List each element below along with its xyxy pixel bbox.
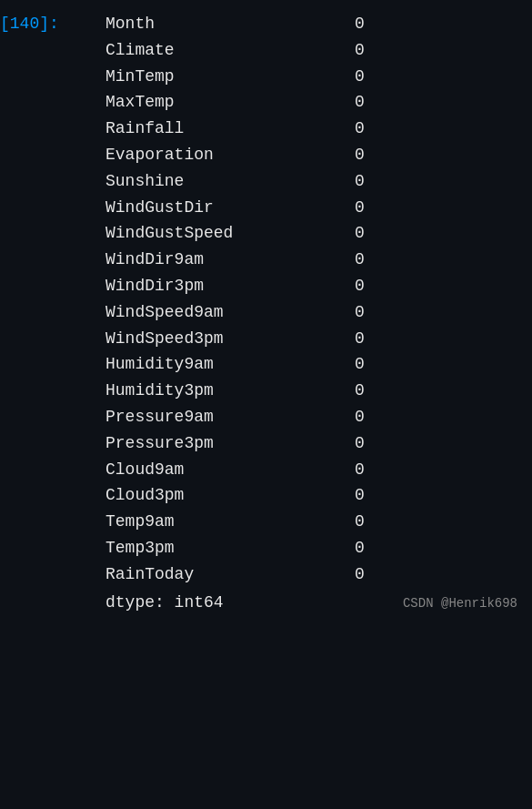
table-row: Pressure3pm0 <box>0 430 532 457</box>
cell-index: [140]: <box>0 11 100 37</box>
cell-value: 0 <box>336 142 365 168</box>
cell-value: 0 <box>336 11 365 37</box>
table-row: Cloud9am0 <box>0 457 532 483</box>
cell-value: 0 <box>336 509 365 535</box>
cell-key: Rainfall <box>100 116 336 142</box>
table-row: MinTemp0 <box>0 64 532 90</box>
cell-value: 0 <box>336 430 365 457</box>
cell-key: Climate <box>100 37 336 64</box>
cell-key: WindDir3pm <box>100 273 336 299</box>
table-row: WindSpeed3pm0 <box>0 326 532 352</box>
table-row: Evaporation0 <box>0 142 532 168</box>
cell-key: WindGustDir <box>100 195 336 221</box>
cell-key: WindGustSpeed <box>100 220 336 247</box>
table-row: WindDir3pm0 <box>0 273 532 299</box>
cell-key: Humidity9am <box>100 351 336 378</box>
table-row: Climate0 <box>0 37 532 64</box>
cell-value: 0 <box>336 299 365 326</box>
cell-value: 0 <box>336 535 365 561</box>
cell-key: Pressure3pm <box>100 430 336 457</box>
cell-value: 0 <box>336 273 365 299</box>
cell-key: Sunshine <box>100 168 336 195</box>
cell-key: Cloud3pm <box>100 482 336 509</box>
table-row: MaxTemp0 <box>0 89 532 116</box>
cell-value: 0 <box>336 89 365 116</box>
cell-value: 0 <box>336 457 365 483</box>
output-block: [140]:Month0Climate0MinTemp0MaxTemp0Rain… <box>0 7 532 619</box>
cell-value: 0 <box>336 378 365 404</box>
cell-key: Temp3pm <box>100 535 336 561</box>
cell-key: WindSpeed3pm <box>100 326 336 352</box>
cell-value: 0 <box>336 482 365 509</box>
cell-value: 0 <box>336 37 365 64</box>
table-row: [140]:Month0 <box>0 11 532 37</box>
table-row: WindDir9am0 <box>0 247 532 273</box>
cell-value: 0 <box>336 247 365 273</box>
table-row: Rainfall0 <box>0 116 532 142</box>
cell-key: Humidity3pm <box>100 378 336 404</box>
cell-value: 0 <box>336 64 365 90</box>
table-row: RainToday0 <box>0 561 532 588</box>
cell-key: Pressure9am <box>100 404 336 430</box>
cell-value: 0 <box>336 195 365 221</box>
cell-key: MaxTemp <box>100 89 336 116</box>
cell-key: Temp9am <box>100 509 336 535</box>
table-row: WindGustSpeed0 <box>0 220 532 247</box>
table-row: Cloud3pm0 <box>0 482 532 509</box>
table-row: WindSpeed9am0 <box>0 299 532 326</box>
cell-key: Month <box>100 11 336 37</box>
cell-key: Cloud9am <box>100 457 336 483</box>
cell-value: 0 <box>336 220 365 247</box>
table-row: Pressure9am0 <box>0 404 532 430</box>
cell-value: 0 <box>336 116 365 142</box>
cell-value: 0 <box>336 326 365 352</box>
cell-value: 0 <box>336 168 365 195</box>
dtype-text: dtype: int64 <box>100 590 224 616</box>
table-row: Temp3pm0 <box>0 535 532 561</box>
cell-value: 0 <box>336 561 365 588</box>
table-row: Temp9am0 <box>0 509 532 535</box>
cell-key: RainToday <box>100 561 336 588</box>
table-row: Humidity9am0 <box>0 351 532 378</box>
table-row: Humidity3pm0 <box>0 378 532 404</box>
cell-key: WindDir9am <box>100 247 336 273</box>
cell-key: WindSpeed9am <box>100 299 336 326</box>
table-row: Sunshine0 <box>0 168 532 195</box>
watermark: CSDN @Henrik698 <box>224 593 532 613</box>
cell-key: MinTemp <box>100 64 336 90</box>
cell-key: Evaporation <box>100 142 336 168</box>
cell-value: 0 <box>336 351 365 378</box>
table-row: WindGustDir0 <box>0 195 532 221</box>
cell-value: 0 <box>336 404 365 430</box>
dtype-line: dtype: int64CSDN @Henrik698 <box>0 590 532 616</box>
